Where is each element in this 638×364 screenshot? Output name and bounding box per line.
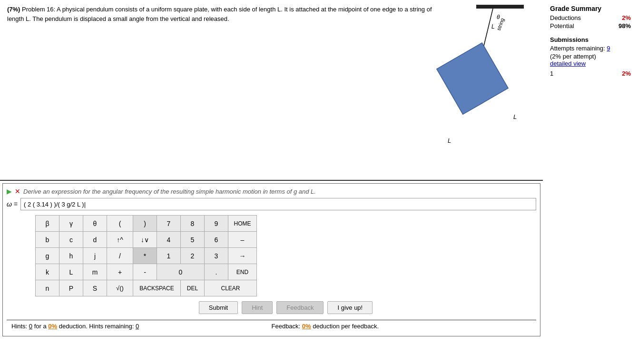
key-backspace[interactable]: BACKSPACE <box>133 280 181 296</box>
feedback-deduction-pct[interactable]: 0% <box>302 323 311 330</box>
omega-label: ω = <box>7 200 18 208</box>
key-g[interactable]: g <box>36 248 59 264</box>
input-row: ω = <box>7 198 536 210</box>
answer-section: ▶ ✕ Derive an expression for the angular… <box>2 183 540 336</box>
question-row: ▶ ✕ Derive an expression for the angular… <box>7 187 536 195</box>
key-b[interactable]: b <box>36 232 59 248</box>
potential-value: 98% <box>618 22 631 30</box>
key-plus[interactable]: + <box>107 264 133 280</box>
detailed-view-link[interactable]: detailed view <box>550 60 586 67</box>
attempts-row: Attempts remaining: 9 <box>550 45 631 52</box>
key-theta[interactable]: θ <box>83 216 107 232</box>
label-L-string: L <box>491 23 495 30</box>
hints-deduction-suffix: deduction. Hints remaining: <box>59 323 134 330</box>
problem-description: A physical pendulum consists of a unifor… <box>7 6 432 22</box>
potential-row: Potential 98% <box>550 22 631 30</box>
attempt-history-row: 1 2% <box>550 70 631 77</box>
problem-text: (7%) Problem 16: A physical pendulum con… <box>7 5 435 23</box>
key-8[interactable]: 8 <box>181 216 205 232</box>
diagram-container: L string θ L L <box>400 2 533 155</box>
key-clear[interactable]: CLEAR <box>205 280 257 296</box>
key-up-arrow[interactable]: ↑^ <box>107 232 133 248</box>
key-close-paren[interactable]: ) <box>133 216 157 232</box>
question-text: Derive an expression for the angular fre… <box>23 188 316 195</box>
feedback-label: Feedback: <box>272 323 301 330</box>
key-k[interactable]: k <box>36 264 59 280</box>
key-7[interactable]: 7 <box>157 216 181 232</box>
key-multiply[interactable]: * <box>133 248 157 264</box>
attempt-score: 2% <box>622 70 631 77</box>
problem-weight: (7%) <box>7 6 20 13</box>
feedback-button[interactable]: Feedback <box>276 301 324 314</box>
hints-deduction-pct[interactable]: 0% <box>48 323 57 330</box>
deductions-label: Deductions <box>550 14 581 21</box>
attempts-label: Attempts remaining: <box>550 45 605 52</box>
sidebar: Grade Summary Deductions 2% Potential 98… <box>543 0 638 339</box>
hints-count[interactable]: 0 <box>29 323 32 330</box>
key-down-arrow[interactable]: ↓∨ <box>133 232 157 248</box>
keyboard-area: β γ θ ( ) 7 8 9 HOME b <box>35 215 536 296</box>
feedback-col: Feedback: 0% deduction per feedback. <box>272 323 532 330</box>
grade-summary-title: Grade Summary <box>550 5 631 12</box>
hints-remaining[interactable]: 0 <box>136 323 139 330</box>
key-home[interactable]: HOME <box>228 216 257 232</box>
key-divide[interactable]: / <box>107 248 133 264</box>
key-P[interactable]: P <box>59 280 83 296</box>
square-plate <box>437 43 508 114</box>
key-n[interactable]: n <box>36 280 59 296</box>
hint-button[interactable]: Hint <box>242 301 273 314</box>
deductions-value: 2% <box>622 14 631 21</box>
ceiling-bar <box>476 5 524 9</box>
svg-rect-0 <box>437 43 508 114</box>
key-S[interactable]: S <box>83 280 107 296</box>
key-0[interactable]: 0 <box>157 264 205 280</box>
key-1[interactable]: 1 <box>157 248 181 264</box>
key-gamma[interactable]: γ <box>59 216 83 232</box>
label-L-side1: L <box>513 113 517 120</box>
potential-label: Potential <box>550 22 574 30</box>
key-6[interactable]: 6 <box>205 232 228 248</box>
submissions-section: Submissions Attempts remaining: 9 (2% pe… <box>550 36 631 77</box>
key-open-paren[interactable]: ( <box>107 216 133 232</box>
key-beta[interactable]: β <box>36 216 59 232</box>
key-m[interactable]: m <box>83 264 107 280</box>
key-neg[interactable]: - <box>133 264 157 280</box>
key-3[interactable]: 3 <box>205 248 228 264</box>
key-sqrt[interactable]: √() <box>107 280 133 296</box>
problem-number: Problem 16: <box>22 6 55 13</box>
key-j[interactable]: j <box>83 248 107 264</box>
key-d[interactable]: d <box>83 232 107 248</box>
buttons-row: Submit Hint Feedback I give up! <box>35 301 536 314</box>
deductions-row: Deductions 2% <box>550 14 631 21</box>
key-h[interactable]: h <box>59 248 83 264</box>
attempts-value[interactable]: 9 <box>607 45 610 52</box>
hints-col: Hints: 0 for a 0% deduction. Hints remai… <box>11 323 272 330</box>
key-minus-long[interactable]: – <box>228 232 257 248</box>
label-L-side2: L <box>448 137 451 144</box>
key-right-arrow[interactable]: → <box>228 248 257 264</box>
key-dot[interactable]: . <box>205 264 228 280</box>
hints-feedback-row: Hints: 0 for a 0% deduction. Hints remai… <box>7 320 536 332</box>
problem-area: (7%) Problem 16: A physical pendulum con… <box>0 0 543 181</box>
key-2[interactable]: 2 <box>181 248 205 264</box>
give-up-button[interactable]: I give up! <box>327 301 373 314</box>
key-4[interactable]: 4 <box>157 232 181 248</box>
hints-label: Hints: <box>11 323 27 330</box>
attempt-number: 1 <box>550 70 553 77</box>
keyboard-table: β γ θ ( ) 7 8 9 HOME b <box>35 215 257 296</box>
submissions-title: Submissions <box>550 36 631 43</box>
pendulum-diagram: L string θ L L <box>400 2 533 155</box>
key-L[interactable]: L <box>59 264 83 280</box>
per-attempt-text: (2% per attempt) <box>550 53 631 60</box>
hints-for-a: for a <box>34 323 49 330</box>
key-c[interactable]: c <box>59 232 83 248</box>
key-5[interactable]: 5 <box>181 232 205 248</box>
key-9[interactable]: 9 <box>205 216 228 232</box>
submit-button[interactable]: Submit <box>199 301 238 314</box>
answer-input[interactable] <box>20 198 536 210</box>
feedback-suffix: deduction per feedback. <box>313 323 379 330</box>
key-end[interactable]: END <box>228 264 257 280</box>
x-icon: ✕ <box>15 187 20 195</box>
key-del[interactable]: DEL <box>181 280 205 296</box>
play-icon[interactable]: ▶ <box>7 187 12 195</box>
